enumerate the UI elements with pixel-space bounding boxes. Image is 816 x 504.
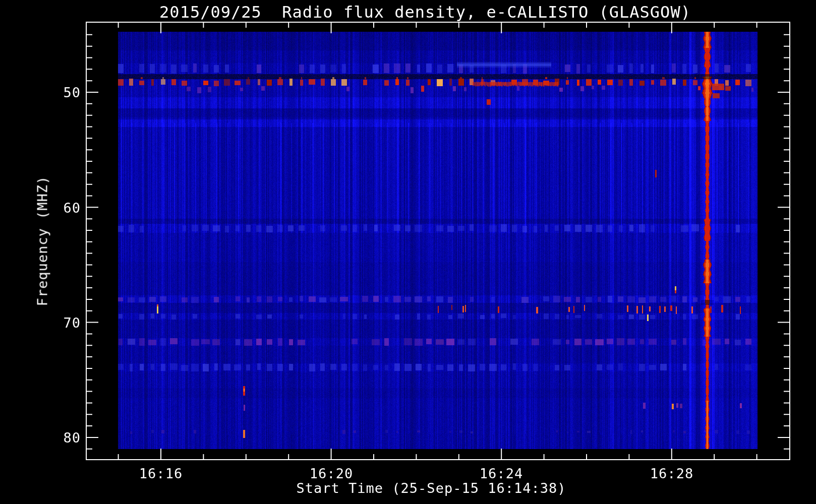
x-tick-label: 16:28 <box>650 466 693 481</box>
x-axis-title: Start Time (25-Sep-15 16:14:38) <box>297 480 566 496</box>
spectrogram-plot-canvas <box>0 0 816 504</box>
y-tick-label: 70 <box>63 315 81 331</box>
y-tick-label: 50 <box>63 85 81 100</box>
x-tick-label: 16:20 <box>310 466 353 481</box>
y-axis-label: Frequency (MHZ) <box>35 176 50 306</box>
chart-title: 2015/09/25 Radio flux density, e-CALLIST… <box>159 3 691 22</box>
x-tick-label: 16:16 <box>139 466 183 481</box>
spectrogram-page: { "page": {"background": "#000000", "for… <box>0 0 816 504</box>
y-tick-label: 60 <box>63 200 81 216</box>
y-tick-label: 80 <box>63 430 81 446</box>
x-tick-label: 16:24 <box>480 466 523 481</box>
